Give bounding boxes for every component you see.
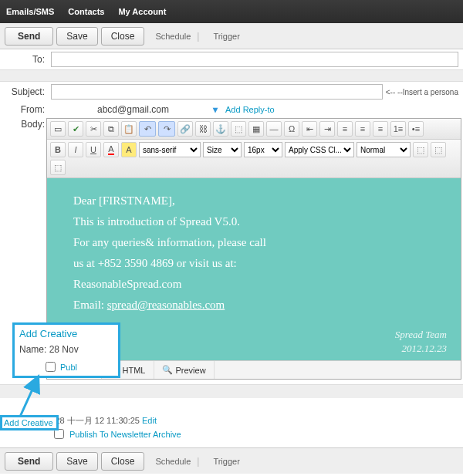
block-separator (0, 69, 463, 82)
signature: Spread Team 2012.12.23 (395, 328, 447, 356)
nav-account[interactable]: My Account (118, 7, 166, 16)
callout-arrow-icon (15, 380, 42, 418)
add-reply-to-link[interactable]: Add Reply-to (225, 105, 275, 114)
align-left-icon[interactable]: ≡ (337, 121, 353, 137)
from-dropdown-arrow-icon[interactable]: ▾ (208, 104, 222, 115)
top-nav: Emails/SMS Contacts My Account (0, 0, 463, 23)
align-right-icon[interactable]: ≡ (373, 121, 388, 137)
from-label: From: (5, 104, 48, 115)
redo-icon[interactable]: ↷ (158, 121, 175, 137)
callout-publish-text: Publ (60, 363, 77, 372)
body-email-link[interactable]: spread@reasonables.com (107, 299, 225, 311)
image-icon[interactable]: ⬚ (231, 121, 246, 137)
highlight-icon[interactable]: A (121, 142, 137, 157)
send-button-bottom[interactable]: Send (5, 452, 53, 471)
save-button[interactable]: Save (56, 27, 97, 46)
separator: | (197, 31, 199, 42)
table-icon[interactable]: ▦ (248, 121, 264, 137)
css-class-select[interactable]: Apply CSS Cl... (285, 142, 354, 157)
editor-toolbar-row1: ▭ ✔ ✂ ⧉ 📋 ↶ ↷ 🔗 ⛓ ⚓ ⬚ ▦ — Ω ⇤ ⇥ ≡ ≡ ≡ 1≡… (47, 119, 461, 140)
action-bar-top: Send Save Close Schedule | Trigger (0, 23, 463, 49)
footer-name-value: 28 十一月 12 11:30:25 (55, 416, 139, 425)
callout-add-creative-zoom: Add Creative Name: 28 Nov Publ (12, 322, 120, 378)
align-center-icon[interactable]: ≡ (355, 121, 370, 137)
unlink-icon[interactable]: ⛓ (195, 121, 211, 137)
callout-name-value: 28 Nov (49, 344, 79, 355)
to-row: To: (0, 49, 463, 69)
close-button-bottom[interactable]: Close (101, 452, 145, 471)
separator: | (197, 456, 199, 467)
nav-emails[interactable]: Emails/SMS (6, 7, 54, 16)
hr-icon[interactable]: — (266, 121, 282, 137)
from-value: abcd@gmail.com (51, 104, 205, 115)
body-line: This is introduction of Spread V5.0. (73, 211, 434, 232)
subject-label: Subject: (5, 86, 48, 97)
to-input[interactable] (51, 52, 458, 67)
bold-icon[interactable]: B (50, 142, 66, 157)
subject-input[interactable] (51, 84, 383, 100)
spellcheck-icon[interactable]: ✔ (68, 121, 83, 137)
from-row: From: abcd@gmail.com ▾ Add Reply-to (0, 102, 463, 117)
page-icon[interactable]: ▭ (50, 121, 66, 137)
signature-name: Spread Team (395, 328, 447, 342)
signature-date: 2012.12.23 (395, 342, 447, 356)
body-label: Body: (5, 119, 48, 130)
body-line: Email: spread@reasonables.com (73, 295, 434, 316)
trigger-link-bottom[interactable]: Trigger (213, 457, 239, 466)
outdent-icon[interactable]: ⇤ (302, 121, 317, 137)
subject-row: Subject: <-- --Insert a persona (0, 82, 463, 102)
tab-preview[interactable]: 🔍Preview (154, 361, 215, 379)
font-size-select[interactable]: 16px (244, 142, 282, 157)
cut-icon[interactable]: ✂ (86, 121, 101, 137)
to-label: To: (5, 54, 48, 65)
font-family-select[interactable]: sans-serif (139, 142, 201, 157)
symbol-icon[interactable]: Ω (284, 121, 299, 137)
publish-link[interactable]: Publish To Newsletter Archive (69, 430, 181, 439)
callout-name-label: Name: (19, 344, 46, 355)
nav-contacts[interactable]: Contacts (68, 7, 104, 16)
tool-extra-1-icon[interactable]: ⬚ (413, 142, 428, 157)
callout-publish-checkbox[interactable] (46, 362, 56, 372)
schedule-link[interactable]: Schedule (155, 32, 191, 41)
save-button-bottom[interactable]: Save (56, 452, 97, 471)
callout-title: Add Creative (19, 328, 113, 339)
body-line: us at +852 3590 4869 or visit us at: (73, 253, 434, 274)
editor-toolbar-row2: B I U A A sans-serif Size 16px Apply CSS… (47, 140, 461, 178)
add-creative-link[interactable]: Add Creative (4, 418, 53, 427)
block-format-select[interactable]: Normal (357, 142, 411, 157)
list-bullet-icon[interactable]: •≡ (408, 121, 424, 137)
italic-icon[interactable]: I (68, 142, 83, 157)
anchor-icon[interactable]: ⚓ (213, 121, 228, 137)
magnifier-icon: 🔍 (162, 365, 173, 375)
body-line: ReasonableSpread.com (73, 274, 434, 295)
undo-icon[interactable]: ↶ (139, 121, 156, 137)
action-bar-bottom: Send Save Close Schedule | Trigger (0, 447, 463, 474)
link-icon[interactable]: 🔗 (177, 121, 193, 137)
tool-extra-3-icon[interactable]: ⬚ (50, 160, 66, 175)
callout-name-row: Name: 28 Nov (19, 344, 113, 355)
footer-info: Name: 28 十一月 12 11:30:25 Edit Publish To… (0, 412, 463, 444)
tab-label: Preview (176, 366, 206, 375)
schedule-link-bottom[interactable]: Schedule (155, 457, 191, 466)
tab-label: HTML (123, 366, 146, 375)
edit-link[interactable]: Edit (142, 416, 157, 425)
callout-add-creative-target: Add Creative (0, 415, 59, 430)
paste-icon[interactable]: 📋 (121, 121, 137, 137)
indent-icon[interactable]: ⇥ (319, 121, 335, 137)
font-color-icon[interactable]: A (103, 142, 119, 157)
trigger-link[interactable]: Trigger (213, 32, 239, 41)
svg-line-0 (20, 383, 35, 417)
send-button[interactable]: Send (5, 27, 53, 46)
body-email-label: Email: (73, 299, 107, 311)
font-size-label-select[interactable]: Size (203, 142, 242, 157)
gray-strip (0, 384, 463, 398)
insert-personalization-hint[interactable]: <-- --Insert a persona (386, 88, 458, 96)
body-line: Dear [FIRSTNAME], (73, 191, 434, 211)
list-ordered-icon[interactable]: 1≡ (390, 121, 406, 137)
copy-icon[interactable]: ⧉ (103, 121, 119, 137)
tool-extra-2-icon[interactable]: ⬚ (431, 142, 446, 157)
close-button[interactable]: Close (101, 27, 145, 46)
callout-publish-row: Publ (42, 360, 113, 374)
underline-icon[interactable]: U (86, 142, 101, 157)
body-line: For any queries& information, please cal… (73, 232, 434, 253)
